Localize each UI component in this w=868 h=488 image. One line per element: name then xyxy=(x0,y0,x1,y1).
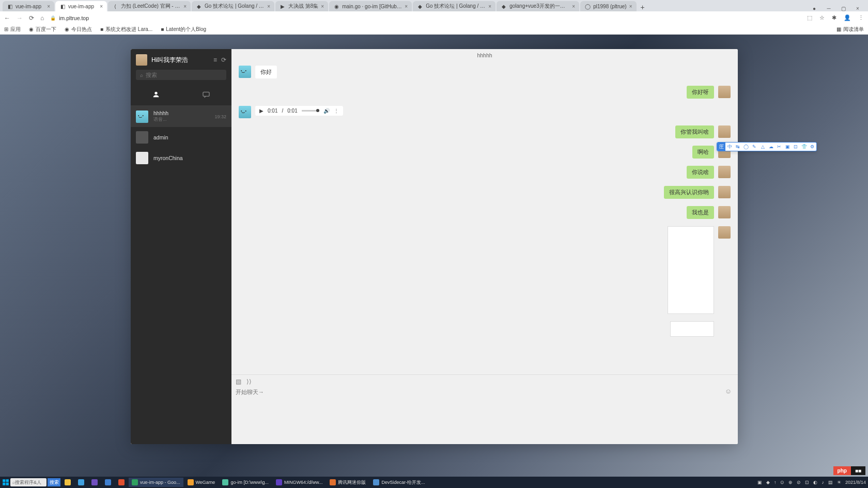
tray-icon[interactable]: ⊙ xyxy=(780,480,784,485)
taskbar-date[interactable]: 2021/8/14 xyxy=(845,480,866,485)
taskbar-item[interactable]: vue-im-app - Goo... xyxy=(129,478,183,487)
browser-tab[interactable]: ◧vue-im-app× xyxy=(55,1,107,11)
ime-tool-icon[interactable]: ✎ xyxy=(750,143,758,151)
taskbar-search-button[interactable]: 搜索 xyxy=(48,478,60,486)
bookmark-item[interactable]: ■ 系统文档改进 Lara... xyxy=(100,26,152,33)
taskbar-item[interactable] xyxy=(75,478,87,487)
bookmark-item[interactable]: ◉ 今日热点 xyxy=(65,26,92,33)
tray-icon[interactable]: ◆ xyxy=(766,480,770,485)
taskbar-item[interactable] xyxy=(115,478,128,487)
more-icon[interactable]: ⋮ xyxy=(334,108,339,114)
taskbar-item[interactable]: go-im [D:\www\g... xyxy=(219,478,272,487)
close-window-icon[interactable]: × xyxy=(855,6,860,11)
tab-close-icon[interactable]: × xyxy=(405,4,408,9)
taskbar-search[interactable]: ⌕ 搜索程序&人 xyxy=(10,478,47,486)
taskbar-item[interactable] xyxy=(102,478,114,487)
tray-icon[interactable]: ♪ xyxy=(822,480,824,485)
taskbar-item[interactable] xyxy=(61,478,74,487)
browser-tab[interactable]: ◆golang+vue3开发的一个im应× xyxy=(497,1,579,11)
ime-tool-icon[interactable]: ✂ xyxy=(775,143,783,151)
browser-tab[interactable]: ◧vue-im-app× xyxy=(3,1,54,11)
contacts-tab[interactable] xyxy=(131,85,181,105)
refresh-icon[interactable]: ⟳ xyxy=(221,56,226,64)
reload-button[interactable]: ⟳ xyxy=(29,14,34,22)
back-button[interactable]: ← xyxy=(4,14,10,22)
ime-tool-icon[interactable]: ☁ xyxy=(767,143,775,151)
new-tab-button[interactable]: + xyxy=(638,3,648,11)
ime-tool-icon[interactable]: ◯ xyxy=(742,143,750,151)
ime-tool-icon[interactable]: 👕 xyxy=(800,143,808,151)
search-input[interactable] xyxy=(146,72,222,78)
tray-icon[interactable]: ▣ xyxy=(757,480,762,485)
ime-tool-icon[interactable]: ⊡ xyxy=(792,143,800,151)
address-bar[interactable]: 🔒 im.pltrue.top xyxy=(50,15,801,21)
tab-close-icon[interactable]: × xyxy=(488,4,491,9)
play-icon[interactable]: ▶ xyxy=(259,108,264,114)
ime-tool-icon[interactable]: ⚙ xyxy=(808,143,816,151)
volume-icon[interactable]: 🔊 xyxy=(323,108,330,114)
contact-item[interactable]: admin xyxy=(131,127,231,148)
message-input[interactable] xyxy=(236,388,734,430)
chat-body[interactable]: 你好 你好呀 ▶ 0:01 / 0:01 🔊 ⋮ 你管我叫啥 xyxy=(231,61,738,374)
tab-close-icon[interactable]: × xyxy=(267,4,270,9)
browser-tab[interactable]: ◆Go 技术论坛 | Golang / Go 语× xyxy=(192,1,274,11)
browser-tab[interactable]: ◉main.go · go-im [GitHub] - V× xyxy=(329,1,412,11)
bookmark-item[interactable]: ◉ 百度一下 xyxy=(29,26,56,33)
ime-tool-icon[interactable]: ▣ xyxy=(783,143,792,151)
menu-icon[interactable]: ⋮ xyxy=(858,14,864,21)
contact-item[interactable]: myronChina xyxy=(131,148,231,168)
search-box[interactable]: ⌕ xyxy=(136,70,226,80)
tab-close-icon[interactable]: × xyxy=(47,4,50,9)
my-avatar[interactable] xyxy=(136,54,147,66)
image-message[interactable] xyxy=(670,321,714,337)
browser-tab[interactable]: ◯pl1998 (pltrue)× xyxy=(580,1,636,11)
tray-icon[interactable]: ▤ xyxy=(828,480,833,485)
tab-close-icon[interactable]: × xyxy=(629,4,632,9)
tab-close-icon[interactable]: × xyxy=(100,4,103,9)
ime-mode-icon[interactable]: 圧 xyxy=(717,143,725,151)
browser-tab[interactable]: ⟨力扣 (LeetCode) 官网 - 全球× xyxy=(108,1,191,11)
maximize-icon[interactable]: ▢ xyxy=(841,6,846,11)
menu-icon[interactable]: ≡ xyxy=(213,56,217,64)
translate-icon[interactable]: ⬚ xyxy=(807,14,812,21)
taskbar-item[interactable]: DevSidecar-给开发... xyxy=(370,478,428,487)
profile-icon[interactable]: 👤 xyxy=(844,14,851,21)
tray-icon[interactable]: ⊘ xyxy=(797,480,801,485)
start-button[interactable] xyxy=(2,479,9,486)
emoji-button[interactable]: ☺ xyxy=(725,387,732,395)
bookmark-item[interactable]: ■ Latent的个人Blog xyxy=(161,26,206,33)
home-button[interactable]: ⌂ xyxy=(40,14,44,22)
tray-icon[interactable]: ⊕ xyxy=(788,480,793,485)
audio-message[interactable]: ▶ 0:01 / 0:01 🔊 ⋮ xyxy=(255,106,343,116)
apps-shortcut[interactable]: ⊞ 应用 xyxy=(4,26,21,33)
image-tool-icon[interactable]: ▧ xyxy=(236,378,241,385)
tray-icon[interactable]: ◐ xyxy=(813,480,817,485)
tab-close-icon[interactable]: × xyxy=(572,4,575,9)
tray-icon[interactable]: ↑ xyxy=(774,480,777,485)
contact-item[interactable]: hhhhh语音... 19:32 xyxy=(131,106,231,127)
browser-tab[interactable]: ◆Go 技术论坛 | Golang / Go 语× xyxy=(413,1,495,11)
bookmark-star-icon[interactable]: ☆ xyxy=(819,14,825,21)
taskbar-item[interactable]: MINGW64:/d/ww... xyxy=(273,478,326,487)
tab-close-icon[interactable]: × xyxy=(183,4,187,9)
minimize-icon[interactable]: ─ xyxy=(826,6,831,11)
reading-list[interactable]: ▦ 阅读清单 xyxy=(836,26,864,33)
extensions-icon[interactable]: ✱ xyxy=(832,14,836,21)
browser-tab[interactable]: ▶大决战 第8集× xyxy=(275,1,328,11)
audio-track[interactable] xyxy=(302,110,319,112)
ime-tool-icon[interactable]: ↹ xyxy=(734,143,742,151)
taskbar-item[interactable] xyxy=(88,478,101,487)
taskbar-item[interactable]: WeGame xyxy=(184,478,219,487)
record-icon[interactable]: ● xyxy=(812,6,817,11)
image-message[interactable] xyxy=(668,226,714,314)
voice-tool-icon[interactable]: ⟩⟩ xyxy=(246,378,252,385)
forward-button[interactable]: → xyxy=(17,14,23,22)
chats-tab[interactable] xyxy=(181,85,232,105)
ime-toolbar[interactable]: 圧 中 ↹ ◯ ✎ △ ☁ ✂ ▣ ⊡ 👕 ⚙ xyxy=(717,142,817,151)
tray-icon[interactable]: ⊡ xyxy=(805,480,809,485)
ime-tool-icon[interactable]: 中 xyxy=(725,143,734,151)
tray-icon[interactable]: ☀ xyxy=(837,480,841,485)
tab-close-icon[interactable]: × xyxy=(321,4,324,9)
ime-tool-icon[interactable]: △ xyxy=(758,143,767,151)
taskbar-item[interactable]: 腾讯网迷你版 xyxy=(327,478,369,487)
